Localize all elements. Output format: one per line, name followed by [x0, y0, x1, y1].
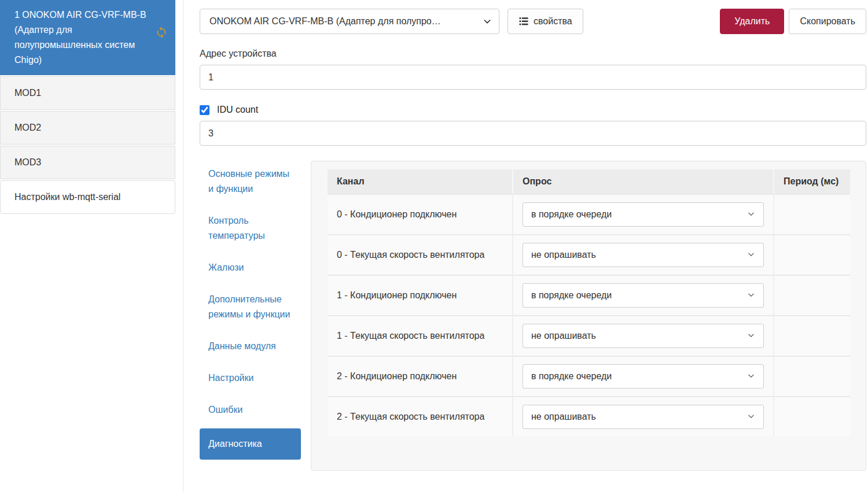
chevron-down-icon — [747, 291, 756, 300]
sidebar-item-mod1[interactable]: MOD1 — [0, 76, 175, 110]
table-header-row: Канал Опрос Период (мс) — [328, 169, 850, 194]
poll-mode-value: в порядке очереди — [531, 371, 612, 382]
poll-mode-value: не опрашивать — [531, 250, 596, 260]
refresh-icon — [155, 26, 168, 39]
column-header-period: Период (мс) — [774, 169, 850, 194]
tab-temperature-control[interactable]: Контроль температуры — [200, 208, 301, 249]
poll-mode-select[interactable]: не опрашивать — [523, 243, 764, 267]
list-icon — [518, 16, 529, 27]
period-cell — [774, 275, 850, 315]
channel-label: 2 - Кондиционер подключен — [328, 356, 513, 396]
address-label: Адрес устройства — [200, 49, 866, 59]
period-cell — [774, 315, 850, 356]
chevron-down-icon — [747, 250, 756, 260]
tab-errors[interactable]: Ошибки — [200, 397, 301, 423]
channel-label: 1 - Текущая скорость вентилятора — [328, 315, 513, 356]
sidebar-item-label: 1 ONOKOM AIR CG-VRF-MB-B (Адаптер для по… — [14, 10, 146, 65]
device-toolbar: ONOKOM AIR CG-VRF-MB-B (Адаптер для полу… — [200, 9, 866, 34]
poll-mode-select[interactable]: не опрашивать — [523, 324, 764, 348]
chevron-down-icon — [747, 331, 756, 341]
poll-mode-select[interactable]: в порядке очереди — [523, 364, 764, 389]
sidebar-item-serial-settings[interactable]: Настройки wb-mqtt-serial — [0, 180, 175, 214]
table-row: 0 - Кондиционер подключен в порядке очер… — [328, 194, 850, 234]
section-tabs: Основные режимы и функции Контроль темпе… — [200, 161, 301, 460]
idu-count-row: IDU count — [200, 105, 866, 115]
table-row: 2 - Кондиционер подключен в порядке очер… — [328, 356, 850, 396]
properties-button[interactable]: свойства — [507, 9, 583, 34]
tab-settings[interactable]: Настройки — [200, 365, 301, 391]
tab-module-data[interactable]: Данные модуля — [200, 333, 301, 360]
poll-mode-value: в порядке очереди — [531, 209, 612, 220]
chevron-down-icon — [747, 412, 756, 421]
tabs-and-panel: Основные режимы и функции Контроль темпе… — [200, 161, 866, 471]
column-header-poll: Опрос — [513, 169, 774, 194]
channel-label: 1 - Кондиционер подключен — [328, 275, 513, 315]
delete-button[interactable]: Удалить — [720, 9, 784, 34]
device-config-page: 1 ONOKOM AIR CG-VRF-MB-B (Адаптер для по… — [0, 0, 868, 492]
tab-diagnostics[interactable]: Диагностика — [200, 428, 301, 460]
chevron-down-icon — [483, 17, 492, 26]
period-cell — [774, 356, 850, 396]
tab-main-modes[interactable]: Основные режимы и функции — [200, 161, 301, 202]
table-row: 1 - Текущая скорость вентилятора не опра… — [328, 315, 850, 356]
idu-count-input[interactable] — [200, 121, 866, 146]
device-sidebar: 1 ONOKOM AIR CG-VRF-MB-B (Адаптер для по… — [0, 0, 175, 214]
idu-count-checkbox[interactable] — [200, 105, 209, 115]
sidebar-item-mod3[interactable]: MOD3 — [0, 146, 175, 179]
device-type-select-value: ONOKOM AIR CG-VRF-MB-B (Адаптер для полу… — [209, 16, 441, 27]
copy-button[interactable]: Скопировать — [789, 9, 866, 34]
table-row: 1 - Кондиционер подключен в порядке очер… — [328, 275, 850, 315]
period-cell — [774, 234, 850, 275]
tab-louvers[interactable]: Жалюзи — [200, 254, 301, 281]
tab-extra-modes[interactable]: Дополнительные режимы и функции — [200, 286, 301, 328]
properties-button-label: свойства — [534, 16, 572, 27]
address-input[interactable] — [200, 65, 866, 90]
device-type-select[interactable]: ONOKOM AIR CG-VRF-MB-B (Адаптер для полу… — [200, 9, 499, 34]
diagnostics-panel: Канал Опрос Период (мс) 0 - Кондиционер … — [311, 161, 866, 471]
main-content: ONOKOM AIR CG-VRF-MB-B (Адаптер для полу… — [200, 9, 866, 471]
chevron-down-icon — [747, 372, 756, 381]
sidebar-item-mod2[interactable]: MOD2 — [0, 111, 175, 145]
idu-count-label: IDU count — [217, 105, 258, 115]
poll-mode-select[interactable]: в порядке очереди — [523, 283, 764, 308]
sidebar-divider — [183, 0, 183, 492]
poll-table: Канал Опрос Период (мс) 0 - Кондиционер … — [328, 169, 850, 436]
table-row: 2 - Текущая скорость вентилятора не опра… — [328, 396, 850, 436]
channel-label: 0 - Текущая скорость вентилятора — [328, 234, 513, 275]
channel-label: 0 - Кондиционер подключен — [328, 194, 513, 234]
column-header-channel: Канал — [328, 169, 513, 194]
poll-mode-select[interactable]: не опрашивать — [523, 405, 764, 429]
poll-mode-value: в порядке очереди — [531, 290, 612, 301]
table-row: 0 - Текущая скорость вентилятора не опра… — [328, 234, 850, 275]
channel-label: 2 - Текущая скорость вентилятора — [328, 396, 513, 436]
poll-mode-value: не опрашивать — [531, 412, 596, 422]
period-cell — [774, 194, 850, 234]
poll-mode-select[interactable]: в порядке очереди — [523, 202, 764, 227]
sidebar-item-device-active[interactable]: 1 ONOKOM AIR CG-VRF-MB-B (Адаптер для по… — [0, 0, 175, 75]
period-cell — [774, 396, 850, 436]
poll-mode-value: не опрашивать — [531, 331, 596, 341]
chevron-down-icon — [747, 210, 756, 219]
